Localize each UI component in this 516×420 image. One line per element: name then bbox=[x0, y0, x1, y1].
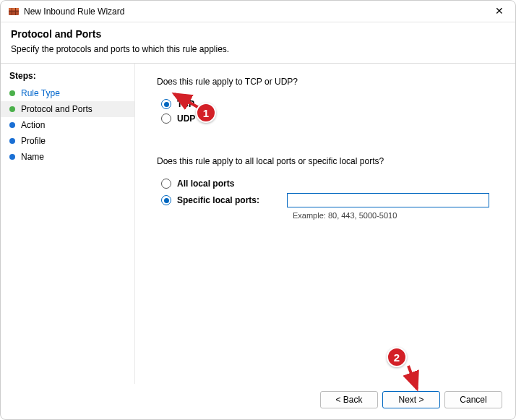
wizard-header: Protocol and Ports Specify the protocols… bbox=[1, 22, 515, 64]
steps-sidebar: Steps: Rule Type Protocol and Ports Acti… bbox=[1, 64, 135, 384]
svg-rect-1 bbox=[9, 8, 19, 10]
next-button[interactable]: Next > bbox=[382, 391, 440, 408]
protocol-question: Does this rule apply to TCP or UDP? bbox=[157, 77, 494, 87]
ports-example: Example: 80, 443, 5000-5010 bbox=[293, 211, 494, 220]
back-button[interactable]: < Back bbox=[320, 391, 378, 408]
wizard-content: Does this rule apply to TCP or UDP? TCP … bbox=[135, 64, 515, 384]
radio-all-ports[interactable] bbox=[161, 179, 171, 189]
step-label: Protocol and Ports bbox=[21, 104, 93, 114]
radio-specific-ports[interactable] bbox=[161, 195, 171, 205]
step-label: Action bbox=[21, 120, 45, 130]
annotation-badge-2: 2 bbox=[387, 347, 407, 367]
wizard-footer: < Back Next > Cancel bbox=[1, 387, 515, 419]
step-label: Profile bbox=[21, 136, 46, 146]
step-label: Rule Type bbox=[21, 88, 60, 98]
ports-question: Does this rule apply to all local ports … bbox=[157, 156, 494, 166]
step-bullet-icon bbox=[9, 106, 15, 112]
radio-tcp-label: TCP bbox=[177, 99, 194, 109]
step-bullet-icon bbox=[9, 122, 15, 128]
step-bullet-icon bbox=[9, 154, 15, 160]
step-label: Name bbox=[21, 152, 44, 162]
step-rule-type[interactable]: Rule Type bbox=[1, 85, 134, 101]
radio-udp[interactable] bbox=[161, 113, 171, 124]
radio-udp-label: UDP bbox=[177, 113, 195, 124]
annotation-badge-1: 1 bbox=[196, 103, 216, 123]
specific-ports-input[interactable] bbox=[287, 193, 489, 207]
cancel-button[interactable]: Cancel bbox=[444, 391, 502, 408]
step-bullet-icon bbox=[9, 138, 15, 144]
step-profile[interactable]: Profile bbox=[1, 133, 134, 149]
step-action[interactable]: Action bbox=[1, 117, 134, 133]
wizard-body: Steps: Rule Type Protocol and Ports Acti… bbox=[1, 64, 515, 384]
close-icon[interactable]: ✕ bbox=[489, 4, 509, 19]
radio-all-ports-row[interactable]: All local ports bbox=[157, 176, 494, 191]
window-title: New Inbound Rule Wizard bbox=[24, 7, 489, 17]
svg-rect-4 bbox=[9, 11, 19, 12]
titlebar: New Inbound Rule Wizard ✕ bbox=[1, 1, 515, 22]
radio-specific-ports-label: Specific local ports: bbox=[177, 195, 271, 205]
steps-heading: Steps: bbox=[1, 69, 134, 85]
firewall-icon bbox=[8, 6, 20, 17]
step-name[interactable]: Name bbox=[1, 149, 134, 165]
radio-tcp[interactable] bbox=[161, 99, 171, 109]
radio-all-ports-label: All local ports bbox=[177, 179, 234, 189]
step-protocol-ports[interactable]: Protocol and Ports bbox=[1, 101, 134, 117]
radio-specific-ports-row[interactable]: Specific local ports: bbox=[157, 191, 494, 210]
page-title: Protocol and Ports bbox=[11, 28, 505, 40]
page-description: Specify the protocols and ports to which… bbox=[11, 44, 505, 54]
step-bullet-icon bbox=[9, 90, 15, 96]
